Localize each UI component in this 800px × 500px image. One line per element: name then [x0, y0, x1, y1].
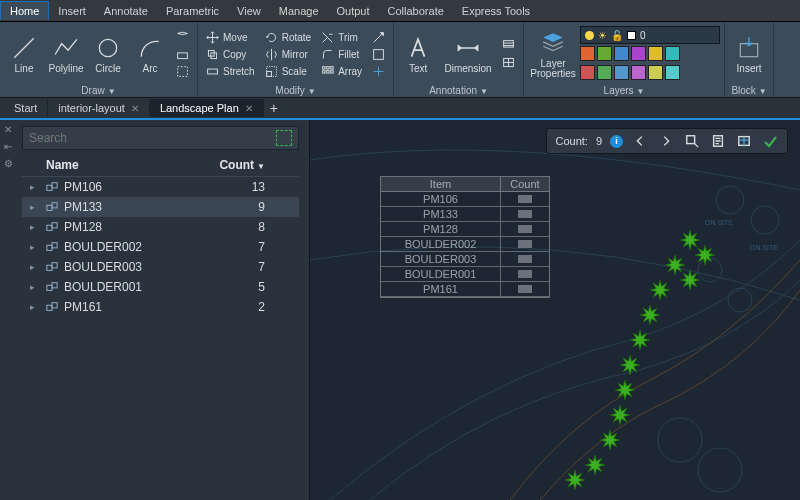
svg-rect-27: [52, 263, 57, 268]
block-row[interactable]: ▸BOULDER0015: [22, 277, 299, 297]
swatch[interactable]: [631, 65, 646, 80]
swatch[interactable]: [614, 65, 629, 80]
trim-button[interactable]: Trim: [317, 30, 366, 45]
annotation-extra-2[interactable]: [498, 55, 519, 70]
array-button[interactable]: Array: [317, 64, 366, 79]
panel-title-modify[interactable]: Modify▼: [202, 84, 389, 97]
stretch-button[interactable]: Stretch: [202, 64, 259, 79]
menu-tab-home[interactable]: Home: [0, 1, 49, 20]
svg-rect-38: [687, 136, 695, 144]
modify-extra-3[interactable]: [368, 64, 389, 79]
overlay-row: PM106: [381, 192, 549, 207]
scale-button[interactable]: Scale: [261, 64, 315, 79]
panel-title-block[interactable]: Block▼: [729, 84, 769, 97]
svg-rect-25: [52, 243, 57, 248]
modify-extra-2[interactable]: [368, 47, 389, 62]
doc-tab-start[interactable]: Start: [4, 99, 48, 117]
info-icon[interactable]: i: [610, 135, 623, 148]
mirror-button[interactable]: Mirror: [261, 47, 315, 62]
onsite-label: ON SITE: [750, 244, 778, 251]
annotation-extra-1[interactable]: [498, 38, 519, 53]
menu-tab-manage[interactable]: Manage: [270, 2, 328, 20]
doc-tab-interior-layout[interactable]: interior-layout✕: [48, 99, 150, 117]
prev-button[interactable]: [631, 132, 649, 150]
menu-bar: HomeInsertAnnotateParametricViewManageOu…: [0, 0, 800, 22]
new-tab-button[interactable]: +: [264, 98, 284, 118]
copy-button[interactable]: Copy: [202, 47, 259, 62]
menu-tab-view[interactable]: View: [228, 2, 270, 20]
polyline-button[interactable]: Polyline: [46, 26, 86, 82]
swatch[interactable]: [665, 46, 680, 61]
swatch[interactable]: [597, 46, 612, 61]
draw-extra-3[interactable]: [172, 64, 193, 79]
svg-rect-18: [47, 185, 52, 190]
text-button[interactable]: Text: [398, 26, 438, 82]
layer-combo[interactable]: ☀ 🔓 0: [580, 26, 720, 44]
svg-rect-23: [52, 223, 57, 228]
swatch[interactable]: [665, 65, 680, 80]
menu-tab-output[interactable]: Output: [328, 2, 379, 20]
pin-icon[interactable]: ⇤: [4, 141, 12, 152]
header-name[interactable]: Name: [46, 158, 79, 172]
svg-rect-24: [47, 245, 52, 250]
fillet-button[interactable]: Fillet: [317, 47, 366, 62]
panel-title-annotation[interactable]: Annotation▼: [398, 84, 519, 97]
swatch[interactable]: [648, 46, 663, 61]
menu-tab-insert[interactable]: Insert: [49, 2, 95, 20]
palette-spine: ✕ ⇤ ⚙: [0, 120, 16, 500]
close-icon[interactable]: ✕: [4, 124, 12, 135]
modify-extra-1[interactable]: [368, 30, 389, 45]
doc-tab-landscape-plan[interactable]: Landscape Plan✕: [150, 99, 264, 117]
close-icon[interactable]: ✕: [131, 103, 139, 114]
draw-extra-1[interactable]: [172, 30, 193, 45]
swatch[interactable]: [580, 65, 595, 80]
svg-rect-19: [52, 183, 57, 188]
rotate-button[interactable]: Rotate: [261, 30, 315, 45]
selection-icon[interactable]: [276, 130, 292, 146]
next-button[interactable]: [657, 132, 675, 150]
menu-tab-collaborate[interactable]: Collaborate: [379, 2, 453, 20]
svg-rect-2: [178, 66, 188, 76]
zoom-button[interactable]: [683, 132, 701, 150]
arc-button[interactable]: Arc: [130, 26, 170, 82]
move-button[interactable]: Move: [202, 30, 259, 45]
gear-icon[interactable]: ⚙: [4, 158, 13, 169]
svg-rect-28: [47, 285, 52, 290]
header-count[interactable]: Count▼: [219, 158, 265, 172]
draw-extra-2[interactable]: [172, 47, 193, 62]
block-row[interactable]: ▸PM1612: [22, 297, 299, 317]
onsite-label: ON SITE: [705, 219, 733, 226]
block-row[interactable]: ▸PM10613: [22, 177, 299, 197]
table-button[interactable]: [735, 132, 753, 150]
panel-draw: Line Polyline Circle Arc Draw▼: [0, 22, 198, 97]
swatch[interactable]: [580, 46, 595, 61]
menu-tab-express-tools[interactable]: Express Tools: [453, 2, 539, 20]
swatch[interactable]: [631, 46, 646, 61]
panel-annotation: Text Dimension Annotation▼: [394, 22, 524, 97]
overlay-row: BOULDER001: [381, 267, 549, 282]
circle-button[interactable]: Circle: [88, 26, 128, 82]
insert-button[interactable]: Insert: [729, 26, 769, 82]
close-icon[interactable]: ✕: [245, 103, 253, 114]
svg-rect-9: [327, 66, 329, 68]
menu-tab-annotate[interactable]: Annotate: [95, 2, 157, 20]
svg-rect-6: [266, 71, 271, 76]
search-input[interactable]: [29, 131, 276, 145]
panel-title-layers[interactable]: Layers▼: [528, 84, 720, 97]
block-row[interactable]: ▸BOULDER0027: [22, 237, 299, 257]
menu-tab-parametric[interactable]: Parametric: [157, 2, 228, 20]
block-row[interactable]: ▸PM1339: [22, 197, 299, 217]
swatch[interactable]: [648, 65, 663, 80]
layer-properties-button[interactable]: Layer Properties: [528, 26, 578, 82]
report-button[interactable]: [709, 132, 727, 150]
list-header: Name Count▼: [22, 150, 299, 177]
dimension-button[interactable]: Dimension: [440, 26, 496, 82]
panel-title-draw[interactable]: Draw▼: [4, 84, 193, 97]
line-button[interactable]: Line: [4, 26, 44, 82]
drawing-canvas[interactable]: ON SITE ON SITE Item Count PM106PM133PM1…: [310, 120, 800, 500]
block-row[interactable]: ▸BOULDER0037: [22, 257, 299, 277]
apply-button[interactable]: [761, 132, 779, 150]
swatch[interactable]: [597, 65, 612, 80]
swatch[interactable]: [614, 46, 629, 61]
block-row[interactable]: ▸PM1288: [22, 217, 299, 237]
